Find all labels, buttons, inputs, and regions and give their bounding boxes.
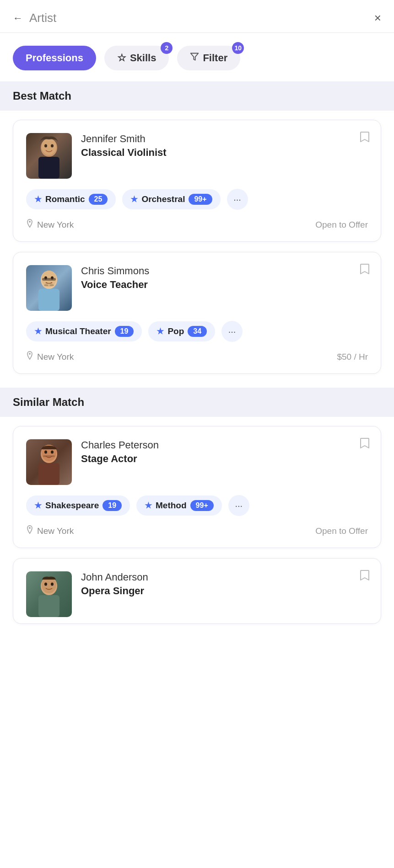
skills-badge: 2 xyxy=(161,42,173,54)
filter-bar: Professions ☆ Skills 2 Filter 10 xyxy=(0,33,394,81)
back-button[interactable]: ← xyxy=(13,12,23,24)
card-footer: New York Open to Offer xyxy=(26,219,368,230)
header: ← Artist × xyxy=(0,0,394,33)
star-icon: ★ xyxy=(34,326,42,336)
similar-match-header: Similar Match xyxy=(0,388,394,417)
location-icon xyxy=(26,525,33,537)
card-role: Voice Teacher xyxy=(81,279,368,291)
card-role: Opera Singer xyxy=(81,585,368,597)
similar-match-cards: Charles Peterson Stage Actor ★ Shakespea… xyxy=(0,417,394,633)
svg-rect-12 xyxy=(42,278,56,281)
tag-count: 19 xyxy=(115,326,134,337)
professions-label: Professions xyxy=(26,52,83,64)
tag-count: 19 xyxy=(103,500,122,511)
tag-label: Romantic xyxy=(45,194,85,204)
card-tags: ★ Romantic 25 ★ Orchestral 99+ ··· xyxy=(26,189,368,210)
card-role: Stage Actor xyxy=(81,453,368,465)
card-name: Chris Simmons xyxy=(81,265,368,277)
svg-point-16 xyxy=(29,353,31,355)
star-icon: ★ xyxy=(34,501,42,511)
tag-count: 25 xyxy=(89,194,108,205)
card-tags: ★ Shakespeare 19 ★ Method 99+ ··· xyxy=(26,495,368,516)
svg-point-23 xyxy=(29,527,31,529)
bookmark-icon[interactable] xyxy=(360,131,370,146)
star-icon: ★ xyxy=(145,501,152,511)
tag-orchestral[interactable]: ★ Orchestral 99+ xyxy=(122,189,220,209)
svg-rect-22 xyxy=(43,455,55,457)
tag-method[interactable]: ★ Method 99+ xyxy=(136,495,222,516)
card-role: Classical Violinist xyxy=(81,147,368,159)
card-info: Jennifer Smith Classical Violinist xyxy=(81,133,368,159)
bookmark-icon[interactable] xyxy=(360,263,370,278)
filter-label: Filter xyxy=(203,52,227,64)
star-icon: ☆ xyxy=(117,52,126,64)
card-top: Jennifer Smith Classical Violinist xyxy=(26,133,368,179)
svg-point-6 xyxy=(29,221,31,223)
tag-label: Shakespeare xyxy=(45,501,99,511)
skills-label: Skills xyxy=(130,52,156,64)
svg-point-20 xyxy=(44,451,47,454)
card-name: John Anderson xyxy=(81,571,368,583)
bookmark-icon[interactable] xyxy=(360,437,370,452)
card-charles-peterson: Charles Peterson Stage Actor ★ Shakespea… xyxy=(13,426,381,548)
svg-point-27 xyxy=(44,583,47,586)
svg-rect-15 xyxy=(45,283,53,284)
avatar xyxy=(26,265,72,311)
svg-point-3 xyxy=(42,138,56,155)
star-icon: ★ xyxy=(130,194,138,204)
card-offer: Open to Offer xyxy=(315,526,368,536)
filter-button[interactable]: Filter 10 xyxy=(177,46,240,70)
more-button[interactable]: ··· xyxy=(221,321,243,342)
card-chris-simmons: Chris Simmons Voice Teacher ★ Musical Th… xyxy=(13,252,381,374)
tag-label: Method xyxy=(156,501,187,511)
star-icon: ★ xyxy=(34,194,42,204)
tag-romantic[interactable]: ★ Romantic 25 xyxy=(26,189,116,209)
svg-rect-24 xyxy=(38,595,59,617)
close-button[interactable]: × xyxy=(374,11,381,25)
svg-rect-17 xyxy=(38,463,59,485)
bookmark-icon[interactable] xyxy=(360,570,370,584)
card-top: Chris Simmons Voice Teacher xyxy=(26,265,368,311)
card-footer: New York $50 / Hr xyxy=(26,351,368,362)
filter-icon xyxy=(190,52,199,64)
tag-pop[interactable]: ★ Pop 34 xyxy=(148,321,215,341)
svg-point-28 xyxy=(51,583,54,586)
card-offer: $50 / Hr xyxy=(337,352,368,362)
tag-shakespeare[interactable]: ★ Shakespeare 19 xyxy=(26,495,130,516)
card-footer: New York Open to Offer xyxy=(26,525,368,537)
svg-point-14 xyxy=(49,284,54,286)
card-name: Jennifer Smith xyxy=(81,133,368,145)
card-info: Charles Peterson Stage Actor xyxy=(81,439,368,465)
similar-match-section: Similar Match xyxy=(0,388,394,633)
more-button[interactable]: ··· xyxy=(228,495,249,516)
professions-button[interactable]: Professions xyxy=(13,46,96,70)
svg-point-5 xyxy=(51,144,54,148)
card-location: New York xyxy=(26,525,74,537)
filter-badge: 10 xyxy=(232,42,244,54)
star-icon: ★ xyxy=(157,326,164,336)
svg-point-21 xyxy=(51,451,54,454)
tag-musical-theater[interactable]: ★ Musical Theater 19 xyxy=(26,321,142,341)
card-location: New York xyxy=(26,219,74,230)
tag-count: 99+ xyxy=(190,500,214,511)
skills-button[interactable]: ☆ Skills 2 xyxy=(104,46,169,70)
card-top: Charles Peterson Stage Actor xyxy=(26,439,368,485)
svg-rect-2 xyxy=(38,157,59,179)
card-location: New York xyxy=(26,351,74,362)
location-text: New York xyxy=(37,352,74,362)
tag-count: 99+ xyxy=(189,194,212,205)
avatar xyxy=(26,571,72,617)
svg-rect-7 xyxy=(38,289,59,311)
more-button[interactable]: ··· xyxy=(227,189,248,210)
svg-point-13 xyxy=(44,284,49,286)
tag-label: Orchestral xyxy=(141,194,185,204)
card-john-anderson: John Anderson Opera Singer xyxy=(13,558,381,624)
svg-marker-0 xyxy=(191,53,199,60)
best-match-header: Best Match xyxy=(0,81,394,111)
card-offer: Open to Offer xyxy=(315,220,368,230)
card-name: Charles Peterson xyxy=(81,439,368,451)
page-title: Artist xyxy=(29,11,374,25)
location-icon xyxy=(26,351,33,362)
tag-label: Pop xyxy=(167,326,184,336)
tag-label: Musical Theater xyxy=(45,326,111,336)
